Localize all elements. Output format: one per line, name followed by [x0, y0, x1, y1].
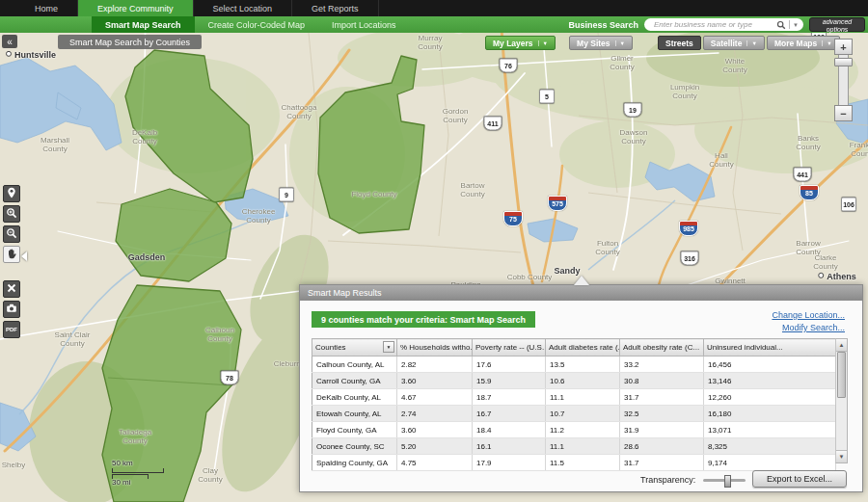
table-header-row: Counties▼% Households witho...Poverty ra…	[312, 339, 836, 357]
search-dropdown-icon[interactable]: ▼	[793, 22, 799, 28]
scrollbar-thumb[interactable]	[837, 352, 846, 398]
collapse-panel-left-button[interactable]: «	[2, 35, 17, 48]
panel-collapse-arrow-icon[interactable]	[574, 276, 589, 285]
my-sites-button[interactable]: My Sites ▼	[569, 36, 633, 50]
more-maps-button[interactable]: More Maps ▼	[767, 36, 840, 50]
scroll-up-icon[interactable]: ▲	[836, 339, 847, 352]
zoom-control: + −	[834, 39, 853, 121]
location-pin-tool-button[interactable]	[3, 185, 20, 202]
clear-selection-tool-button[interactable]	[3, 280, 20, 298]
value-cell: 30.8	[620, 373, 704, 389]
value-cell: 3.60	[397, 373, 473, 389]
value-cell: 31.7	[620, 455, 704, 471]
top-navigation: Home Explore Community Select Location G…	[0, 0, 868, 16]
transparency-label: Transparency:	[640, 475, 695, 485]
value-cell: 4.67	[397, 389, 473, 406]
table-row[interactable]: DeKalb County, AL4.6718.711.131.712,260	[312, 389, 836, 406]
table-row[interactable]: Etowah County, AL2.7416.710.732.516,180	[312, 406, 836, 422]
sub-navigation: Smart Map Search Create Color-Coded Map …	[0, 16, 868, 33]
transparency-slider-handle[interactable]	[724, 475, 731, 488]
value-cell: 15.9	[473, 373, 546, 389]
pin-icon	[6, 187, 17, 201]
tab-home[interactable]: Home	[15, 0, 78, 16]
value-cell: 17.9	[473, 455, 546, 471]
match-count-banner: 9 counties match your criteria: Smart Ma…	[312, 311, 535, 328]
tab-create-color-coded-map[interactable]: Create Color-Coded Map	[195, 16, 319, 33]
table-row[interactable]: Carroll County, GA3.6015.910.630.813,146	[312, 373, 836, 389]
value-cell: 3.60	[397, 422, 473, 438]
value-cell: 5.20	[397, 438, 473, 455]
table-row[interactable]: Spalding County, GA4.7517.911.531.79,174	[312, 455, 836, 471]
map-breadcrumb: Smart Map Search by Counties	[58, 35, 202, 49]
map-scale-bar: 50 km 30 mi	[112, 460, 164, 488]
value-cell: 2.82	[397, 357, 473, 373]
value-cell: 17.6	[473, 357, 546, 373]
column-header[interactable]: Poverty rate -- (U.S...	[473, 339, 546, 357]
magnifier-minus-icon	[6, 227, 17, 242]
tab-select-location[interactable]: Select Location	[194, 0, 293, 16]
zoom-out-button[interactable]: −	[834, 105, 853, 121]
column-header[interactable]: Adult obesity rate (C...	[620, 339, 704, 357]
results-table: Counties▼% Households witho...Poverty ra…	[312, 338, 836, 471]
column-header[interactable]: % Households witho...	[397, 339, 473, 357]
tab-explore-community[interactable]: Explore Community	[78, 0, 194, 16]
tab-smart-map-search[interactable]: Smart Map Search	[92, 16, 195, 33]
zoom-slider[interactable]	[838, 55, 849, 105]
modify-search-link[interactable]: Modify Search...	[782, 323, 845, 332]
change-location-link[interactable]: Change Location...	[772, 310, 845, 320]
collapse-toolbar-arrow-icon[interactable]	[21, 251, 27, 261]
table-row[interactable]: Calhoun County, AL2.8217.613.533.216,456	[312, 357, 836, 373]
column-header[interactable]: Counties▼	[312, 339, 397, 357]
value-cell: 11.1	[546, 389, 620, 406]
my-layers-label: My Layers	[493, 39, 533, 48]
county-cell: DeKalb County, AL	[312, 389, 397, 406]
advanced-options-button[interactable]: advanced options	[809, 17, 865, 32]
column-header[interactable]: Adult diabetes rate (...	[546, 339, 620, 357]
business-search-input[interactable]	[652, 19, 776, 30]
scale-km-label: 50 km	[112, 460, 164, 468]
satellite-basemap-button[interactable]: Satellite ▼	[703, 36, 765, 50]
value-cell: 11.2	[546, 422, 620, 438]
export-to-excel-button[interactable]: Export to Excel...	[752, 470, 847, 488]
counties-filter-dropdown-icon[interactable]: ▼	[383, 341, 394, 353]
streets-basemap-button[interactable]: Streets	[658, 36, 701, 50]
tab-get-reports[interactable]: Get Reports	[292, 0, 379, 16]
chevron-down-icon[interactable]: ▼	[822, 40, 831, 46]
table-scrollbar[interactable]: ▲ ▼	[835, 338, 848, 463]
value-cell: 9,174	[704, 455, 836, 471]
more-maps-label: More Maps	[774, 39, 817, 48]
tab-import-locations[interactable]: Import Locations	[318, 16, 410, 33]
table-row[interactable]: Floyd County, GA3.6018.411.231.913,071	[312, 422, 836, 438]
divider	[789, 20, 790, 29]
scroll-down-icon[interactable]: ▼	[836, 450, 847, 462]
county-cell: Calhoun County, AL	[312, 357, 397, 373]
value-cell: 32.5	[620, 406, 704, 422]
table-row[interactable]: Oconee County, SC5.2016.111.128.68,325	[312, 438, 836, 455]
my-layers-button[interactable]: My Layers ▼	[485, 36, 556, 50]
pan-tool-button[interactable]	[3, 246, 20, 263]
value-cell: 4.75	[397, 455, 473, 471]
zoom-slider-handle[interactable]	[834, 58, 853, 66]
results-table-wrap: Counties▼% Households witho...Poverty ra…	[312, 338, 848, 463]
results-panel-header[interactable]: Smart Map Results	[300, 285, 862, 301]
transparency-slider[interactable]	[703, 479, 746, 482]
screenshot-tool-button[interactable]	[3, 301, 20, 318]
county-cell: Carroll County, GA	[312, 373, 397, 389]
app-window: HuntsvilleMarshall CountyDeKalb CountyCh…	[0, 0, 868, 502]
chevron-down-icon[interactable]: ▼	[538, 40, 548, 46]
value-cell: 11.1	[546, 438, 620, 455]
column-header[interactable]: Uninsured individual...	[704, 339, 836, 357]
county-cell: Etowah County, AL	[312, 406, 397, 422]
streets-label: Streets	[665, 39, 693, 48]
chevron-down-icon[interactable]: ▼	[615, 40, 625, 46]
smart-map-results-panel: Smart Map Results 9 counties match your …	[299, 284, 863, 492]
zoom-out-tool-button[interactable]	[3, 225, 20, 243]
search-icon[interactable]	[776, 20, 786, 30]
chevron-down-icon[interactable]: ▼	[746, 40, 756, 46]
pdf-icon: PDF	[6, 327, 17, 332]
value-cell: 13,071	[704, 422, 836, 438]
zoom-in-tool-button[interactable]	[3, 205, 20, 223]
export-pdf-tool-button[interactable]: PDF	[3, 321, 20, 338]
value-cell: 33.2	[620, 357, 704, 373]
zoom-in-button[interactable]: +	[834, 39, 853, 55]
